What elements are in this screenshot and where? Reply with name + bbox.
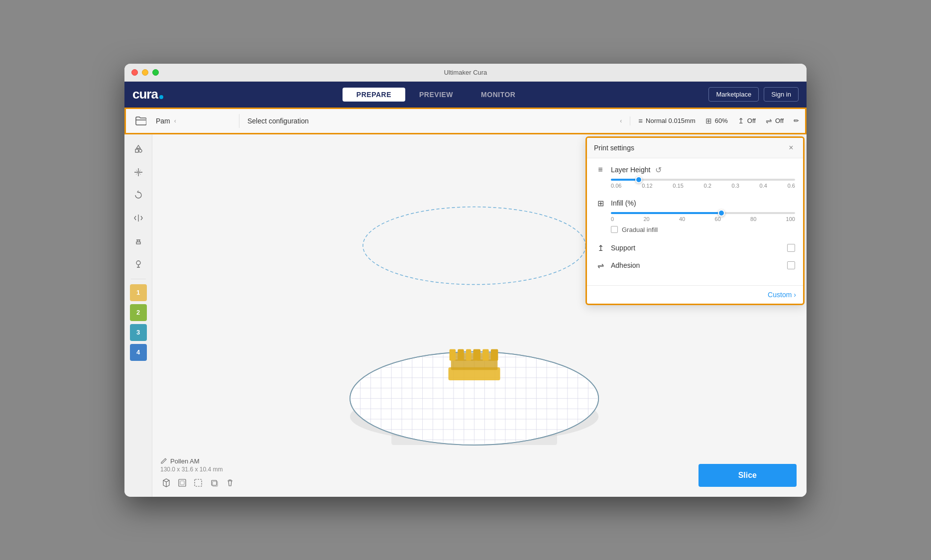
- tab-preview[interactable]: PREVIEW: [405, 88, 467, 102]
- edit-settings-button[interactable]: ✏: [794, 117, 799, 124]
- support-setting[interactable]: ↥ Off: [738, 116, 756, 125]
- material-1-number: 1: [136, 289, 140, 296]
- profile-value: Normal 0.015mm: [646, 117, 696, 124]
- model-name-row: Pollen AM: [160, 457, 236, 465]
- model-info: Pollen AM 130.0 x 31.6 x 10.4 mm: [160, 457, 236, 489]
- maximize-window-button[interactable]: [152, 69, 159, 76]
- window-title: Ultimaker Cura: [444, 69, 487, 76]
- support-value: Off: [747, 117, 756, 124]
- infill-value: 60%: [715, 117, 728, 124]
- close-window-button[interactable]: [131, 69, 138, 76]
- infill-label: Infill (%): [611, 199, 636, 207]
- gradual-infill-checkbox[interactable]: [611, 226, 618, 233]
- quick-settings: ≡ Normal 0.015mm ⊞ 60% ↥ Off ⇌ Off ✏: [630, 116, 799, 125]
- svg-rect-48: [466, 349, 471, 360]
- adhesion-row: ⇌ Adhesion: [595, 261, 795, 270]
- material-4-badge[interactable]: 4: [130, 344, 147, 361]
- printer-selector[interactable]: Pam ‹: [150, 114, 239, 128]
- profile-setting[interactable]: ≡ Normal 0.015mm: [638, 116, 695, 125]
- settings-body: ≡ Layer Height ↺ 0.06 0.12: [587, 158, 803, 285]
- layer-height-slider[interactable]: 0.06 0.12 0.15 0.2 0.3 0.4 0.6: [595, 179, 795, 189]
- svg-rect-50: [482, 349, 488, 360]
- slice-button[interactable]: Slice: [698, 464, 797, 487]
- tool-delete-icon[interactable]: [224, 477, 236, 489]
- settings-title: Print settings: [594, 144, 634, 152]
- adhesion-row-icon: ⇌: [595, 261, 606, 270]
- infill-marks: 0 20 40 60 80 100: [611, 216, 795, 222]
- 3d-viewport[interactable]: Pollen AM 130.0 x 31.6 x 10.4 mm: [152, 134, 807, 497]
- folder-icon[interactable]: [132, 112, 150, 130]
- adhesion-checkbox[interactable]: [787, 261, 795, 269]
- traffic-lights: [131, 69, 159, 76]
- support-checkbox[interactable]: [787, 244, 795, 252]
- infill-slider[interactable]: 0 20 40 60 80 100: [595, 212, 795, 222]
- app-logo: cura: [132, 87, 163, 102]
- gradual-infill-label: Gradual infill: [622, 226, 658, 233]
- sidebar-icon-support[interactable]: [128, 231, 148, 251]
- infill-row: ⊞ Infill (%) 0 20 40: [595, 199, 795, 233]
- config-chevron-icon: ‹: [620, 117, 622, 124]
- material-2-number: 2: [136, 309, 140, 316]
- bottom-tools: [160, 477, 236, 489]
- tool-copy-icon[interactable]: [208, 477, 220, 489]
- adhesion-icon: ⇌: [766, 116, 772, 125]
- svg-rect-51: [491, 349, 498, 360]
- tool-cube-icon[interactable]: [160, 477, 172, 489]
- tool-back-icon[interactable]: [192, 477, 204, 489]
- tool-front-icon[interactable]: [176, 477, 188, 489]
- material-2-badge[interactable]: 2: [130, 304, 147, 321]
- svg-rect-46: [450, 349, 456, 360]
- adhesion-setting[interactable]: ⇌ Off: [766, 116, 784, 125]
- sidebar-divider: [131, 279, 146, 279]
- svg-rect-54: [195, 479, 202, 486]
- tab-monitor[interactable]: MONITOR: [467, 88, 529, 102]
- svg-rect-43: [451, 359, 498, 370]
- model-name-text: Pollen AM: [170, 457, 200, 465]
- sidebar-icon-shapes[interactable]: [128, 139, 148, 159]
- nav-tabs: PREPARE PREVIEW MONITOR: [343, 88, 530, 102]
- adhesion-label: Adhesion: [611, 261, 640, 269]
- material-3-badge[interactable]: 3: [130, 324, 147, 341]
- layer-height-header: ≡ Layer Height ↺: [595, 165, 795, 175]
- infill-setting[interactable]: ⊞ 60%: [705, 116, 728, 125]
- settings-footer: Custom ›: [587, 285, 803, 304]
- layer-height-icon: ≡: [638, 116, 643, 125]
- sidebar-icon-perextruder[interactable]: [128, 254, 148, 274]
- minimize-window-button[interactable]: [142, 69, 148, 76]
- main-window: Ultimaker Cura cura PREPARE PREVIEW MONI…: [124, 64, 807, 497]
- gradual-infill-row: Gradual infill: [595, 226, 795, 233]
- support-row: ↥ Support: [595, 243, 795, 253]
- sidebar-icon-scale[interactable]: [128, 162, 148, 182]
- custom-label: Custom: [768, 291, 792, 299]
- layer-height-row-icon: ≡: [595, 165, 606, 174]
- material-1-badge[interactable]: 1: [130, 284, 147, 301]
- svg-point-3: [136, 261, 140, 265]
- tab-prepare[interactable]: PREPARE: [343, 88, 405, 102]
- main-content: 1 2 3 4: [124, 134, 807, 497]
- svg-rect-53: [180, 481, 184, 485]
- sign-in-button[interactable]: Sign in: [764, 87, 799, 102]
- support-icon: ↥: [738, 116, 744, 125]
- material-4-number: 4: [136, 348, 140, 356]
- config-name: Select configuration: [247, 117, 309, 125]
- svg-rect-52: [179, 479, 186, 486]
- infill-header: ⊞ Infill (%): [595, 199, 795, 208]
- sidebar-icon-rotate[interactable]: [128, 185, 148, 205]
- toolbar: Pam ‹ Select configuration ‹ ≡ Normal 0.…: [124, 108, 807, 134]
- nav-right: Marketplace Sign in: [708, 87, 799, 102]
- pencil-icon: ✏: [794, 117, 799, 124]
- print-settings-panel: Print settings × ≡ Layer Height ↺: [585, 136, 805, 305]
- svg-rect-47: [458, 349, 464, 360]
- layer-height-row: ≡ Layer Height ↺ 0.06 0.12: [595, 165, 795, 189]
- marketplace-button[interactable]: Marketplace: [708, 87, 759, 102]
- top-nav: cura PREPARE PREVIEW MONITOR Marketplace…: [124, 82, 807, 108]
- settings-close-button[interactable]: ×: [786, 143, 796, 153]
- logo-dot: [159, 95, 163, 99]
- custom-chevron-icon: ›: [794, 291, 796, 299]
- model-size-text: 130.0 x 31.6 x 10.4 mm: [160, 466, 236, 473]
- config-selector[interactable]: Select configuration ‹: [239, 114, 630, 128]
- infill-icon: ⊞: [705, 116, 712, 125]
- layer-height-reset-icon[interactable]: ↺: [655, 165, 662, 175]
- sidebar-icon-mirror[interactable]: [128, 208, 148, 228]
- custom-button[interactable]: Custom ›: [768, 291, 796, 299]
